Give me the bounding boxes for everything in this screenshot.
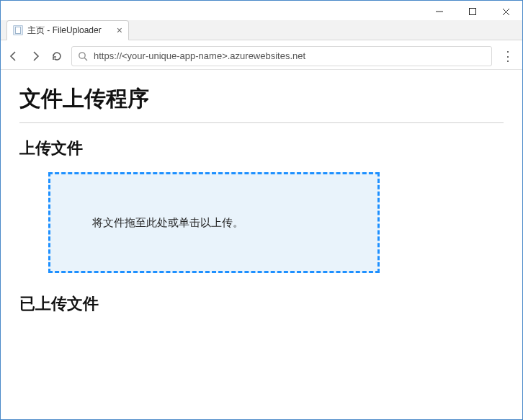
page-content: 文件上传程序 上传文件 将文件拖至此处或单击以上传。 已上传文件 bbox=[1, 70, 522, 342]
upload-section-title: 上传文件 bbox=[19, 138, 504, 159]
address-input[interactable] bbox=[94, 50, 486, 61]
nav-reload-button[interactable] bbox=[50, 49, 64, 63]
nav-back-button[interactable] bbox=[6, 49, 21, 63]
nav-forward-button[interactable] bbox=[28, 49, 43, 63]
tab-title: 主页 - FileUploader bbox=[27, 24, 102, 37]
window-titlebar bbox=[1, 1, 522, 22]
dropzone-text: 将文件拖至此处或单击以上传。 bbox=[92, 216, 243, 230]
address-bar[interactable] bbox=[71, 46, 492, 66]
browser-toolbar: ⋮ bbox=[1, 43, 522, 70]
browser-menu-button[interactable]: ⋮ bbox=[499, 50, 517, 63]
page-favicon-icon bbox=[13, 25, 23, 35]
window-close-button[interactable] bbox=[489, 1, 522, 22]
uploaded-section-title: 已上传文件 bbox=[19, 293, 504, 315]
svg-rect-1 bbox=[470, 9, 476, 15]
svg-point-4 bbox=[79, 52, 85, 58]
browser-tabstrip: 主页 - FileUploader × bbox=[1, 20, 522, 40]
window-minimize-button[interactable] bbox=[423, 1, 456, 22]
divider bbox=[19, 122, 504, 123]
file-dropzone[interactable]: 将文件拖至此处或单击以上传。 bbox=[48, 172, 380, 273]
browser-tab[interactable]: 主页 - FileUploader × bbox=[6, 20, 129, 40]
tab-close-icon[interactable]: × bbox=[117, 25, 122, 35]
page-title: 文件上传程序 bbox=[19, 84, 504, 114]
window-maximize-button[interactable] bbox=[456, 1, 489, 22]
svg-line-5 bbox=[84, 58, 87, 61]
search-icon bbox=[78, 51, 88, 61]
